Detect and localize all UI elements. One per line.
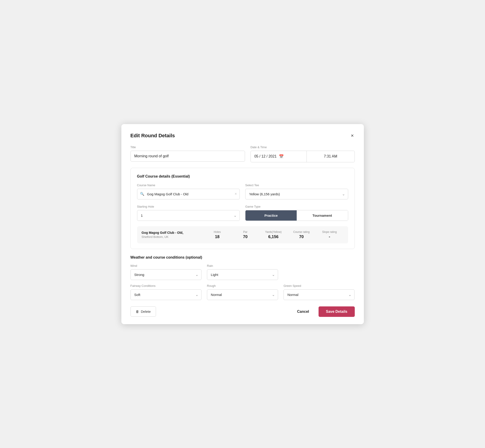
holes-value: 18 bbox=[203, 234, 231, 239]
course-info-bar: Gog Magog Golf Club - Old, Shelford Bott… bbox=[137, 226, 348, 243]
trash-icon: 🗑 bbox=[136, 310, 139, 313]
course-info-name: Gog Magog Golf Club - Old, Shelford Bott… bbox=[142, 231, 203, 239]
slope-rating-value: - bbox=[315, 234, 343, 239]
rough-group: Rough SoftNormalHard ⌄ bbox=[207, 284, 278, 300]
green-speed-group: Green Speed SlowNormal FastVery Fast ⌄ bbox=[283, 284, 355, 300]
conditions-row: Fairway Conditions SoftNormalHard ⌄ Roug… bbox=[130, 284, 355, 300]
footer-row: 🗑 Delete Cancel Save Details bbox=[130, 306, 355, 317]
course-name-display: Gog Magog Golf Club - Old, bbox=[142, 231, 203, 234]
holes-stat: Holes 18 bbox=[203, 230, 231, 239]
rough-label: Rough bbox=[207, 284, 278, 288]
green-speed-dropdown[interactable]: SlowNormal FastVery Fast bbox=[283, 289, 355, 300]
starting-hole-dropdown[interactable]: 1234 5678 910 bbox=[137, 210, 240, 221]
yards-value: 6,156 bbox=[259, 234, 287, 239]
select-tee-wrap: Yellow (6,156 yards) White Red Blue ⌄ bbox=[245, 189, 348, 200]
par-value: 70 bbox=[231, 234, 259, 239]
course-name-input[interactable] bbox=[146, 189, 233, 199]
fairway-label: Fairway Conditions bbox=[130, 284, 202, 288]
yards-label: Yards(Yellow) bbox=[259, 230, 287, 233]
close-button[interactable]: × bbox=[350, 132, 355, 139]
select-tee-label: Select Tee bbox=[245, 184, 348, 187]
datetime-label: Date & Time bbox=[251, 145, 355, 149]
golf-section-title: Golf Course details (Essential) bbox=[137, 174, 348, 178]
starting-hole-group: Starting Hole 1234 5678 910 ⌄ bbox=[137, 205, 240, 221]
title-input[interactable] bbox=[130, 151, 245, 162]
select-tee-group: Select Tee Yellow (6,156 yards) White Re… bbox=[245, 184, 348, 200]
rain-label: Rain bbox=[207, 264, 278, 267]
course-location: Shelford Bottom, UK bbox=[142, 235, 203, 239]
calendar-icon: 📅 bbox=[279, 154, 284, 159]
search-icon: 🔍 bbox=[140, 192, 144, 196]
green-speed-wrap: SlowNormal FastVery Fast ⌄ bbox=[283, 289, 355, 300]
edit-round-modal: Edit Round Details × Title Date & Time 0… bbox=[121, 124, 364, 324]
par-stat: Par 70 bbox=[231, 230, 259, 239]
title-datetime-row: Title Date & Time 05 / 12 / 2021 📅 7:31 … bbox=[130, 145, 355, 162]
course-tee-row: Course Name 🔍 × Select Tee Yellow (6,156… bbox=[137, 184, 348, 200]
golf-course-section: Golf Course details (Essential) Course N… bbox=[130, 168, 355, 249]
cancel-button[interactable]: Cancel bbox=[293, 307, 313, 316]
delete-label: Delete bbox=[141, 310, 151, 313]
title-label: Title bbox=[130, 145, 245, 149]
course-name-label: Course Name bbox=[137, 184, 240, 187]
holes-label: Holes bbox=[203, 230, 231, 233]
yards-stat: Yards(Yellow) 6,156 bbox=[259, 230, 287, 239]
game-type-toggle: Practice Tournament bbox=[245, 210, 348, 221]
wind-label: Wind bbox=[130, 264, 202, 267]
rough-dropdown[interactable]: SoftNormalHard bbox=[207, 289, 278, 300]
fairway-dropdown[interactable]: SoftNormalHard bbox=[130, 289, 202, 300]
footer-right: Cancel Save Details bbox=[293, 306, 355, 317]
slope-rating-stat: Slope rating - bbox=[315, 230, 343, 239]
rain-group: Rain NoneLight ModerateHeavy ⌄ bbox=[207, 264, 278, 280]
rough-wrap: SoftNormalHard ⌄ bbox=[207, 289, 278, 300]
wind-dropdown[interactable]: CalmLightModerate StrongVery Strong bbox=[130, 269, 202, 280]
fairway-wrap: SoftNormalHard ⌄ bbox=[130, 289, 202, 300]
weather-title: Weather and course conditions (optional) bbox=[130, 256, 355, 259]
date-time-row: 05 / 12 / 2021 📅 7:31 AM bbox=[251, 151, 355, 162]
datetime-group: Date & Time 05 / 12 / 2021 📅 7:31 AM bbox=[251, 145, 355, 162]
wind-group: Wind CalmLightModerate StrongVery Strong… bbox=[130, 264, 202, 280]
wind-rain-row: Wind CalmLightModerate StrongVery Strong… bbox=[130, 264, 355, 280]
course-rating-value: 70 bbox=[287, 234, 315, 239]
game-type-label: Game Type bbox=[245, 205, 348, 208]
title-group: Title bbox=[130, 145, 245, 162]
weather-section: Weather and course conditions (optional)… bbox=[130, 256, 355, 300]
par-label: Par bbox=[231, 230, 259, 233]
delete-button[interactable]: 🗑 Delete bbox=[130, 306, 156, 317]
tournament-button[interactable]: Tournament bbox=[297, 210, 348, 221]
rain-dropdown[interactable]: NoneLight ModerateHeavy bbox=[207, 269, 278, 280]
fairway-group: Fairway Conditions SoftNormalHard ⌄ bbox=[130, 284, 202, 300]
green-speed-label: Green Speed bbox=[283, 284, 355, 288]
wind-wrap: CalmLightModerate StrongVery Strong ⌄ bbox=[130, 269, 202, 280]
slope-rating-label: Slope rating bbox=[315, 230, 343, 233]
save-button[interactable]: Save Details bbox=[319, 306, 355, 317]
course-name-input-wrap[interactable]: 🔍 × bbox=[137, 189, 240, 200]
rain-wrap: NoneLight ModerateHeavy ⌄ bbox=[207, 269, 278, 280]
clear-icon[interactable]: × bbox=[235, 192, 237, 196]
modal-header: Edit Round Details × bbox=[130, 132, 355, 139]
starting-hole-label: Starting Hole bbox=[137, 205, 240, 208]
course-rating-label: Course rating bbox=[287, 230, 315, 233]
select-tee-dropdown[interactable]: Yellow (6,156 yards) White Red Blue bbox=[245, 189, 348, 200]
time-value: 7:31 AM bbox=[324, 154, 337, 159]
date-field[interactable]: 05 / 12 / 2021 📅 bbox=[251, 151, 307, 162]
practice-button[interactable]: Practice bbox=[245, 210, 297, 221]
course-rating-stat: Course rating 70 bbox=[287, 230, 315, 239]
date-value: 05 / 12 / 2021 bbox=[254, 154, 277, 159]
game-type-group: Game Type Practice Tournament bbox=[245, 205, 348, 221]
modal-title: Edit Round Details bbox=[130, 133, 175, 139]
time-field[interactable]: 7:31 AM bbox=[307, 151, 355, 162]
course-name-group: Course Name 🔍 × bbox=[137, 184, 240, 200]
starting-hole-wrap: 1234 5678 910 ⌄ bbox=[137, 210, 240, 221]
hole-gametype-row: Starting Hole 1234 5678 910 ⌄ Game Type … bbox=[137, 205, 348, 221]
